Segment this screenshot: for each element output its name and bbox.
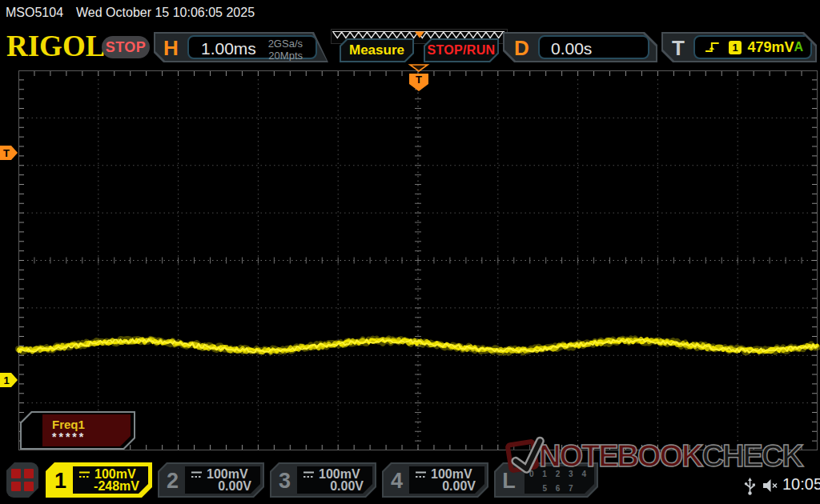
stop-run-button-label: STOP/RUN [428,43,496,58]
notebookcheck-watermark: NOTEBOOKCHECK [507,433,802,479]
model-name: MSO5104 [6,6,63,19]
channel1-position-marker[interactable]: 1 [0,372,18,388]
trigger-level-marker[interactable]: T [0,145,18,161]
horizontal-panel[interactable]: H 1.00ms 2GSa/s 20Mpts [154,32,328,62]
run-state-indicator[interactable]: STOP [102,36,150,58]
graticule-area: T T 1 Freq1 ***** [18,70,818,450]
delay-value: 0.00s [551,39,592,58]
memory-depth: 20Mpts [268,50,303,62]
grid-menu-icon [11,469,34,491]
dc-coupling-icon [78,470,90,479]
dc-coupling-icon [191,470,203,479]
trigger-label: T [672,36,685,61]
horizontal-label: H [163,36,179,61]
channel4-button[interactable]: 4 100mV 0.00V [382,462,488,498]
channel2-number: 2 [159,464,186,499]
channel3-number: 3 [271,464,298,499]
dc-coupling-icon [415,470,427,479]
rigol-logo: RIGOL [6,32,105,62]
sample-rate: 2GSa/s [268,38,303,50]
run-state-label: STOP [106,39,147,56]
stop-run-button[interactable]: STOP/RUN [424,38,499,62]
channel4-offset: 0.00V [442,479,476,494]
trigger-mode: A [794,40,803,54]
trigger-level-value: 479mV [747,39,794,56]
channel1-button[interactable]: 1 100mV -248mV [46,462,152,498]
measure-button[interactable]: Measure [340,38,414,62]
channel2-offset: 0.00V [218,479,251,494]
delay-label: D [514,36,529,61]
rising-edge-icon [705,40,721,54]
channel1-number: 1 [47,464,74,499]
svg-text:T: T [416,74,422,86]
timebase-value: 1.00ms [201,39,256,58]
channel2-button[interactable]: 2 100mV 0.00V [158,462,264,498]
speaker-muted-icon [762,478,779,494]
delay-indicator-triangle [410,65,428,71]
usb-icon [744,477,756,496]
watermark-text-primary: NOTEBOOK [539,441,702,471]
channel1-offset: -248mV [94,479,139,494]
measurement-item-freq1[interactable]: Freq1 ***** [20,411,135,450]
trigger-position-marker[interactable]: T [408,64,429,93]
channel3-offset: 0.00V [330,479,364,494]
timebase-box: 1.00ms 2GSa/s 20Mpts [187,35,317,59]
trigger-box: 1 479mV A [693,35,812,59]
channel4-number: 4 [384,464,410,499]
measure-button-label: Measure [349,42,404,58]
trigger-source-badge: 1 [729,41,742,54]
datetime: Wed October 15 10:06:05 2025 [76,6,255,19]
top-info-bar: MSO5104Wed October 15 10:06:05 2025 [0,0,820,25]
notebookcheck-logo-icon [504,438,539,473]
svg-text:1: 1 [3,374,9,386]
channel1-waveform [18,70,818,450]
watermark-text-secondary: CHECK [702,441,802,471]
delay-panel[interactable]: D 0.00s [503,32,657,62]
channel3-button[interactable]: 3 100mV 0.00V [270,462,376,498]
measurement-value: ***** [52,430,86,443]
svg-text:T: T [3,147,10,159]
measurement-name: Freq1 [52,418,85,431]
logic-channels-row2: 8 9 10 11 12 13 14 15 [525,496,594,504]
menu-button[interactable] [6,462,38,498]
delay-box: 0.00s [538,35,649,59]
dc-coupling-icon [303,470,315,479]
trigger-panel[interactable]: T 1 479mV A [661,32,817,62]
